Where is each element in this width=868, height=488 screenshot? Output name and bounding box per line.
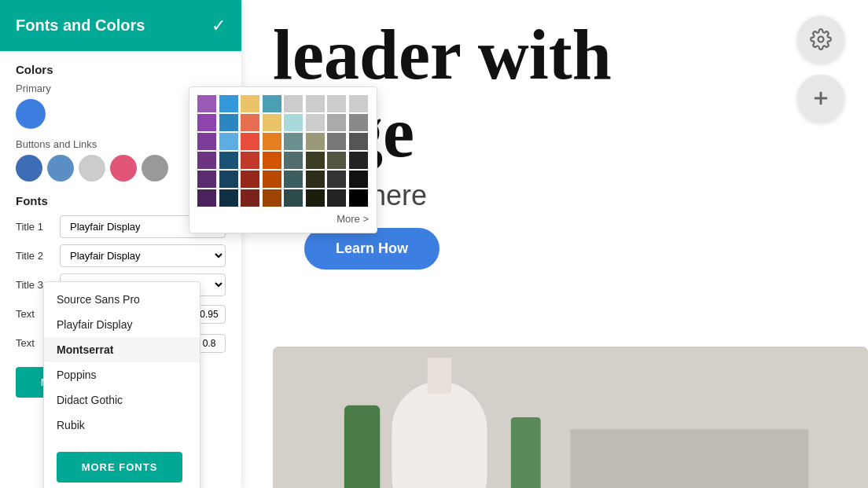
color-cell[interactable] <box>327 189 346 207</box>
color-grid <box>197 95 369 207</box>
color-cell[interactable] <box>241 171 259 188</box>
font-dropdown-more-fonts: MORE FONTS <box>44 438 200 488</box>
color-cell[interactable] <box>263 189 281 207</box>
font-option-montserrat[interactable]: Montserrat <box>44 337 200 362</box>
swatch-blue-medium[interactable] <box>47 155 74 182</box>
font-label-title2: Title 2 <box>16 250 53 262</box>
add-button[interactable] <box>797 75 844 122</box>
color-cell[interactable] <box>284 133 303 150</box>
color-cell[interactable] <box>306 95 325 112</box>
color-cell[interactable] <box>241 114 259 131</box>
main-content: leader with nage subtitle here Learn How <box>241 0 868 488</box>
color-cell[interactable] <box>349 189 368 207</box>
color-cell[interactable] <box>349 133 368 150</box>
color-cell[interactable] <box>263 95 281 112</box>
color-cell[interactable] <box>284 95 303 112</box>
swatch-gray-light[interactable] <box>79 155 105 182</box>
font-dropdown-more-fonts-button[interactable]: MORE FONTS <box>57 452 182 482</box>
color-cell[interactable] <box>197 171 216 188</box>
font-dropdown: Source Sans Pro Playfair Display Montser… <box>43 281 200 488</box>
gear-button[interactable] <box>797 16 844 63</box>
color-cell[interactable] <box>219 95 238 112</box>
color-cell[interactable] <box>306 189 325 207</box>
font-label-title1: Title 1 <box>16 221 53 233</box>
color-cell[interactable] <box>197 152 216 169</box>
color-cell[interactable] <box>327 95 346 112</box>
color-picker-more[interactable]: More > <box>197 213 369 225</box>
font-option-rubik[interactable]: Rubik <box>44 413 200 438</box>
color-cell[interactable] <box>197 189 216 207</box>
color-picker-popup: More > <box>189 86 377 233</box>
color-cell[interactable] <box>349 95 368 112</box>
color-cell[interactable] <box>349 171 368 188</box>
panel-header: Fonts and Colors ✓ <box>0 0 241 51</box>
color-cell[interactable] <box>219 189 238 207</box>
swatch-blue-dark[interactable] <box>16 155 42 182</box>
color-cell[interactable] <box>284 189 303 207</box>
font-row-title2: Title 2 Playfair Display <box>16 244 226 267</box>
color-cell[interactable] <box>284 114 303 131</box>
color-cell[interactable] <box>263 152 281 169</box>
swatch-pink[interactable] <box>110 155 137 182</box>
color-cell[interactable] <box>197 95 216 112</box>
svg-rect-5 <box>571 429 809 488</box>
font-option-didact-gothic[interactable]: Didact Gothic <box>44 387 200 413</box>
color-cell[interactable] <box>241 152 259 169</box>
color-cell[interactable] <box>306 133 325 150</box>
confirm-button[interactable]: ✓ <box>211 16 226 36</box>
svg-rect-4 <box>511 417 541 488</box>
color-cell[interactable] <box>327 133 346 150</box>
color-cell[interactable] <box>219 171 238 188</box>
colors-section-title: Colors <box>16 63 226 76</box>
primary-color-swatch[interactable] <box>16 99 46 129</box>
color-cell[interactable] <box>327 114 346 131</box>
color-cell[interactable] <box>349 152 368 169</box>
color-cell[interactable] <box>263 133 281 150</box>
color-cell[interactable] <box>306 152 325 169</box>
color-cell[interactable] <box>241 189 259 207</box>
font-option-playfair-display[interactable]: Playfair Display <box>44 312 200 337</box>
color-cell[interactable] <box>219 152 238 169</box>
learn-how-button[interactable]: Learn How <box>304 228 440 270</box>
color-cell[interactable] <box>241 133 259 150</box>
color-cell[interactable] <box>263 171 281 188</box>
color-cell[interactable] <box>197 114 216 131</box>
swatch-gray-dark[interactable] <box>142 155 168 182</box>
hero-image <box>273 347 868 488</box>
color-cell[interactable] <box>327 171 346 188</box>
color-cell[interactable] <box>306 171 325 188</box>
svg-rect-3 <box>344 405 380 488</box>
font-option-poppins[interactable]: Poppins <box>44 362 200 387</box>
color-cell[interactable] <box>219 133 238 150</box>
svg-point-6 <box>818 37 824 42</box>
color-cell[interactable] <box>241 95 259 112</box>
color-cell[interactable] <box>284 152 303 169</box>
color-cell[interactable] <box>263 114 281 131</box>
color-cell[interactable] <box>219 114 238 131</box>
color-cell[interactable] <box>349 114 368 131</box>
panel-title: Fonts and Colors <box>16 17 145 35</box>
color-cell[interactable] <box>197 133 216 150</box>
font-option-source-sans-pro[interactable]: Source Sans Pro <box>44 287 200 312</box>
font-select-title2[interactable]: Playfair Display <box>60 244 226 267</box>
svg-rect-2 <box>428 358 451 393</box>
color-cell[interactable] <box>284 171 303 188</box>
color-cell[interactable] <box>306 114 325 131</box>
color-cell[interactable] <box>327 152 346 169</box>
svg-rect-1 <box>392 382 487 488</box>
